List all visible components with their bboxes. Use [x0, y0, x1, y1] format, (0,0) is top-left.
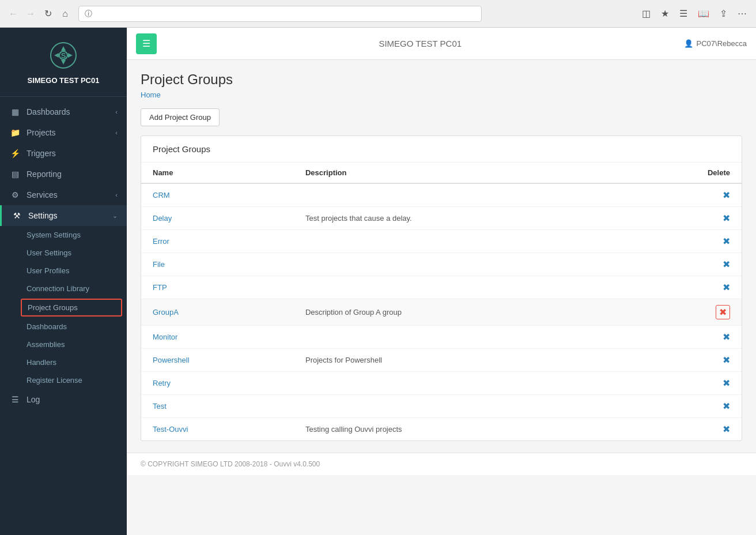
table-cell-name: Retry	[141, 372, 294, 395]
table-card-header: Project Groups	[141, 136, 742, 163]
sidebar-item-label: Reporting	[27, 169, 118, 179]
sidebar-logo: S	[47, 39, 80, 71]
table-row: DelayTest projects that cause a delay.✖	[141, 207, 742, 230]
delete-button[interactable]: ✖	[723, 282, 730, 293]
sidebar-item-handlers[interactable]: Handlers	[0, 353, 127, 371]
sidebar-item-connection-library[interactable]: Connection Library	[0, 280, 127, 297]
bookmark-star-button[interactable]: ★	[659, 7, 671, 20]
project-group-link[interactable]: Error	[153, 237, 169, 246]
sidebar-item-label: Log	[27, 395, 118, 404]
table-cell-name: Monitor	[141, 326, 294, 349]
table-cell-delete: ✖	[625, 299, 742, 326]
chevron-icon: ‹	[115, 108, 118, 115]
table-cell-description	[294, 372, 625, 395]
table-row: FTP✖	[141, 276, 742, 299]
table-row: Test✖	[141, 395, 742, 418]
address-bar[interactable]: ⓘ	[78, 6, 482, 22]
table-cell-description	[294, 253, 625, 276]
table-row: Monitor✖	[141, 326, 742, 349]
project-group-link[interactable]: Delay	[153, 214, 172, 223]
sidebar-item-label: Settings	[28, 211, 112, 220]
add-project-group-button[interactable]: Add Project Group	[141, 108, 220, 126]
table-cell-name: GroupA	[141, 299, 294, 326]
back-button[interactable]: ←	[7, 7, 20, 20]
table-cell-name: Powershell	[141, 349, 294, 372]
table-cell-delete: ✖	[625, 326, 742, 349]
table-cell-delete: ✖	[625, 372, 742, 395]
sidebar-item-reporting[interactable]: ▤ Reporting	[0, 164, 127, 184]
chevron-down-icon: ⌄	[112, 212, 118, 220]
table-cell-description: Description of Group A group	[294, 299, 625, 326]
table-cell-delete: ✖	[625, 230, 742, 253]
delete-button[interactable]: ✖	[723, 259, 730, 270]
project-group-link[interactable]: File	[153, 260, 165, 269]
table-cell-description	[294, 183, 625, 207]
grid-icon: ▦	[9, 107, 21, 116]
sidebar-item-settings[interactable]: ⚒ Settings ⌄	[0, 205, 127, 226]
table-cell-delete: ✖	[625, 183, 742, 207]
delete-button[interactable]: ✖	[723, 236, 730, 247]
delete-button[interactable]: ✖	[723, 213, 730, 224]
table-row: Error✖	[141, 230, 742, 253]
table-cell-delete: ✖	[625, 395, 742, 418]
folder-icon: 📁	[9, 128, 21, 137]
project-group-link[interactable]: CRM	[153, 191, 170, 199]
topbar-menu-button[interactable]: ☰	[136, 33, 157, 54]
table-cell-delete: ✖	[625, 349, 742, 372]
sidebar-item-label: Triggers	[27, 149, 118, 158]
breadcrumb-home-link[interactable]: Home	[141, 91, 161, 99]
table-cell-description	[294, 276, 625, 299]
delete-button[interactable]: ✖	[716, 305, 730, 319]
sidebar-item-triggers[interactable]: ⚡ Triggers	[0, 143, 127, 164]
sidebar-item-system-settings[interactable]: System Settings	[0, 226, 127, 244]
sidebar-item-register-license[interactable]: Register License	[0, 371, 127, 389]
bolt-icon: ⚡	[9, 149, 21, 158]
sidebar-item-dashboards[interactable]: ▦ Dashboards ‹	[0, 101, 127, 122]
delete-button[interactable]: ✖	[723, 378, 730, 389]
tab-toggle-button[interactable]: ◫	[640, 7, 653, 20]
more-button[interactable]: ⋯	[735, 7, 749, 20]
add-btn-row: Add Project Group	[141, 108, 742, 126]
forward-button[interactable]: →	[24, 7, 37, 20]
sidebar-item-log[interactable]: ☰ Log	[0, 389, 127, 410]
table-row: GroupADescription of Group A group✖	[141, 299, 742, 326]
sidebar-item-projects[interactable]: 📁 Projects ‹	[0, 122, 127, 143]
copyright-text: © COPYRIGHT SIMEGO LTD 2008-2018 - Ouvvi…	[141, 460, 320, 468]
sidebar-item-project-groups[interactable]: Project Groups	[21, 299, 122, 317]
table-cell-delete: ✖	[625, 253, 742, 276]
project-group-link[interactable]: Monitor	[153, 333, 177, 341]
sidebar-header: S SIMEGO TEST PC01	[0, 28, 127, 97]
sidebar-item-services[interactable]: ⚙ Services ‹	[0, 184, 127, 205]
project-group-link[interactable]: FTP	[153, 283, 167, 292]
project-group-link[interactable]: Powershell	[153, 356, 190, 364]
col-name-header: Name	[141, 163, 294, 183]
share-button[interactable]: ⇪	[717, 7, 729, 20]
project-group-link[interactable]: GroupA	[153, 308, 179, 317]
delete-button[interactable]: ✖	[723, 355, 730, 366]
sidebar-item-user-profiles[interactable]: User Profiles	[0, 262, 127, 280]
project-group-link[interactable]: Test-Ouvvi	[153, 425, 188, 434]
home-button[interactable]: ⌂	[59, 7, 71, 20]
project-group-link[interactable]: Retry	[153, 379, 171, 387]
cog-icon: ⚙	[9, 190, 21, 199]
project-group-link[interactable]: Test	[153, 402, 167, 410]
main-content: Project Groups Home Add Project Group Pr…	[127, 60, 756, 535]
sidebar-item-dashboards-sub[interactable]: Dashboards	[0, 318, 127, 336]
delete-button[interactable]: ✖	[723, 190, 730, 201]
table-cell-delete: ✖	[625, 276, 742, 299]
reload-button[interactable]: ↻	[41, 7, 54, 20]
page-title: Project Groups	[141, 71, 742, 88]
sidebar-nav: ▦ Dashboards ‹ 📁 Projects ‹ ⚡ Triggers ▤…	[0, 97, 127, 535]
delete-button[interactable]: ✖	[723, 331, 730, 342]
table-cell-name: Delay	[141, 207, 294, 230]
sidebar-item-assemblies[interactable]: Assemblies	[0, 336, 127, 353]
project-groups-card: Project Groups Name Description Delete C…	[141, 135, 742, 441]
reader-button[interactable]: 📖	[695, 7, 712, 20]
barchart-icon: ▤	[9, 169, 21, 179]
topbar: ☰ SIMEGO TEST PC01 👤 PC07\Rebecca	[127, 28, 756, 60]
sidebar-app-name: SIMEGO TEST PC01	[28, 76, 100, 85]
delete-button[interactable]: ✖	[723, 401, 730, 412]
sidebar-item-user-settings[interactable]: User Settings	[0, 244, 127, 262]
bookmarks-button[interactable]: ☰	[677, 7, 690, 20]
delete-button[interactable]: ✖	[723, 424, 730, 435]
